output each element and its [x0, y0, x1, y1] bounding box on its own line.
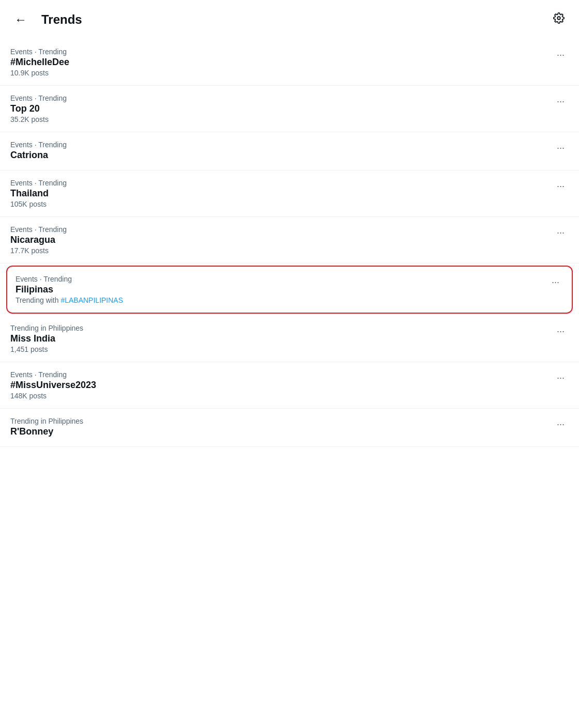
- trend-category-5: Events · Trending: [10, 225, 548, 234]
- trend-name-7: Miss India: [10, 333, 548, 344]
- trend-content-2: Events · Trending Top 20 35.2K posts: [10, 94, 548, 123]
- trend-meta-7: 1,451 posts: [10, 345, 548, 353]
- trend-category-1: Events · Trending: [10, 48, 548, 56]
- trend-name-1: #MichelleDee: [10, 57, 548, 68]
- more-button-1[interactable]: ···: [553, 48, 569, 63]
- trend-meta-2: 35.2K posts: [10, 115, 548, 123]
- trend-content-8: Events · Trending #MissUniverse2023 148K…: [10, 370, 548, 400]
- settings-button[interactable]: [549, 8, 569, 31]
- trend-meta-1: 10.9K posts: [10, 69, 548, 77]
- trend-meta-8: 148K posts: [10, 392, 548, 400]
- trend-item-6[interactable]: Events · Trending Filipinas Trending wit…: [6, 266, 573, 314]
- more-button-4[interactable]: ···: [553, 179, 569, 194]
- trend-name-6: Filipinas: [16, 284, 543, 295]
- trend-content-5: Events · Trending Nicaragua 17.7K posts: [10, 225, 548, 255]
- trend-content-6: Events · Trending Filipinas Trending wit…: [16, 275, 543, 304]
- trend-category-2: Events · Trending: [10, 94, 548, 102]
- trend-category-6: Events · Trending: [16, 275, 543, 283]
- more-button-3[interactable]: ···: [553, 141, 569, 156]
- trend-category-9: Trending in Philippines: [10, 417, 548, 425]
- trend-item-4[interactable]: Events · Trending Thailand 105K posts ··…: [0, 171, 579, 217]
- more-button-8[interactable]: ···: [553, 370, 569, 385]
- trend-name-4: Thailand: [10, 188, 548, 199]
- trend-content-7: Trending in Philippines Miss India 1,451…: [10, 324, 548, 353]
- trend-category-3: Events · Trending: [10, 141, 548, 149]
- header-left: ← Trends: [10, 8, 82, 31]
- trend-name-5: Nicaragua: [10, 235, 548, 245]
- trends-list: Events · Trending #MichelleDee 10.9K pos…: [0, 39, 579, 447]
- trend-item-5[interactable]: Events · Trending Nicaragua 17.7K posts …: [0, 217, 579, 264]
- trend-content-9: Trending in Philippines R'Bonney: [10, 417, 548, 438]
- page-container: ← Trends Events · Trending #MichelleDee …: [0, 0, 579, 447]
- trend-meta-prefix-6: Trending with: [16, 296, 60, 304]
- trend-item-2[interactable]: Events · Trending Top 20 35.2K posts ···: [0, 86, 579, 132]
- trend-meta-4: 105K posts: [10, 200, 548, 208]
- trend-content-3: Events · Trending Catriona: [10, 141, 548, 162]
- more-button-9[interactable]: ···: [553, 417, 569, 432]
- trend-content-1: Events · Trending #MichelleDee 10.9K pos…: [10, 48, 548, 77]
- trend-item-3[interactable]: Events · Trending Catriona ···: [0, 132, 579, 171]
- more-button-6[interactable]: ···: [547, 275, 563, 290]
- back-button[interactable]: ←: [10, 8, 31, 31]
- svg-point-0: [557, 17, 560, 20]
- trend-meta-6: Trending with #LABANPILIPINAS: [16, 296, 543, 304]
- trend-item-1[interactable]: Events · Trending #MichelleDee 10.9K pos…: [0, 39, 579, 86]
- trend-name-8: #MissUniverse2023: [10, 380, 548, 391]
- trend-item-9[interactable]: Trending in Philippines R'Bonney ···: [0, 409, 579, 447]
- trend-name-3: Catriona: [10, 150, 548, 161]
- trend-item-8[interactable]: Events · Trending #MissUniverse2023 148K…: [0, 362, 579, 409]
- trend-meta-5: 17.7K posts: [10, 246, 548, 255]
- page-title: Trends: [41, 12, 82, 27]
- trend-category-8: Events · Trending: [10, 370, 548, 379]
- trend-category-7: Trending in Philippines: [10, 324, 548, 332]
- trend-meta-link-6[interactable]: #LABANPILIPINAS: [60, 296, 123, 304]
- trend-name-9: R'Bonney: [10, 426, 548, 437]
- trend-name-2: Top 20: [10, 103, 548, 114]
- more-button-7[interactable]: ···: [553, 324, 569, 339]
- trend-category-4: Events · Trending: [10, 179, 548, 187]
- more-button-2[interactable]: ···: [553, 94, 569, 109]
- header: ← Trends: [0, 0, 579, 39]
- trend-content-4: Events · Trending Thailand 105K posts: [10, 179, 548, 208]
- trend-item-7[interactable]: Trending in Philippines Miss India 1,451…: [0, 316, 579, 362]
- more-button-5[interactable]: ···: [553, 225, 569, 240]
